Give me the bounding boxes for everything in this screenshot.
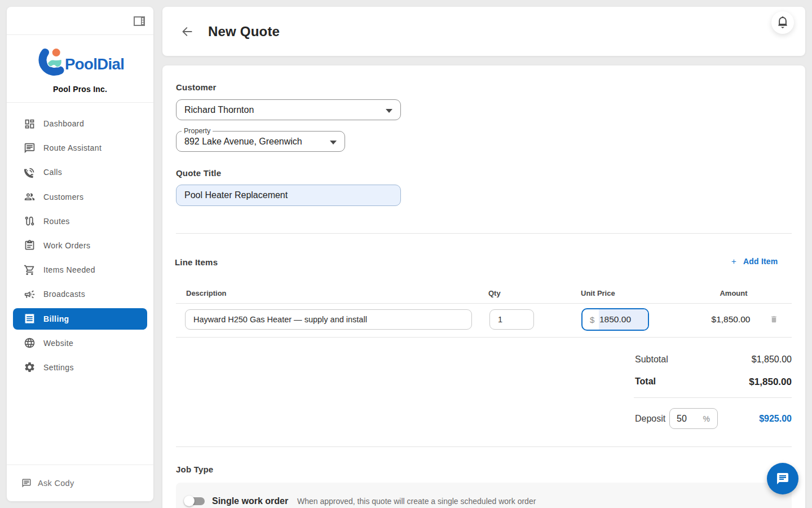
- svg-text:PoolDial: PoolDial: [65, 55, 124, 73]
